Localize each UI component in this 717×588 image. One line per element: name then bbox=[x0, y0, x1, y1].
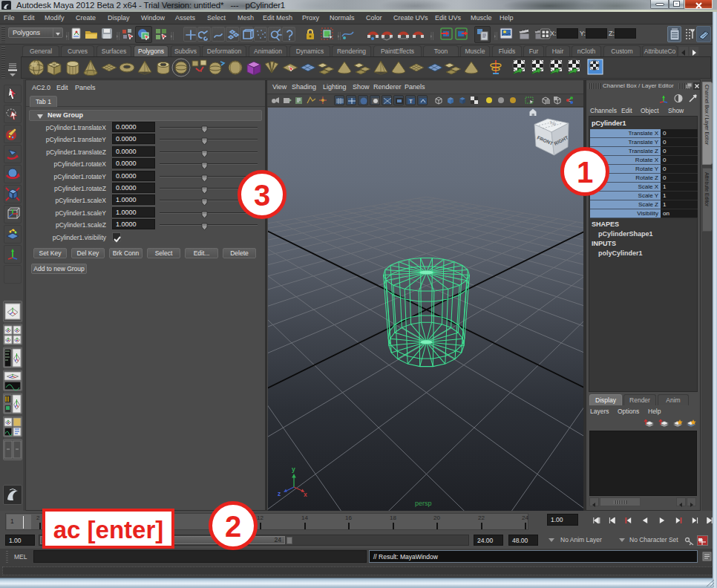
svg-text:x: x bbox=[304, 491, 307, 498]
svg-text:T: T bbox=[409, 98, 413, 105]
svg-text:y: y bbox=[292, 466, 295, 473]
svg-text:z: z bbox=[278, 490, 281, 497]
